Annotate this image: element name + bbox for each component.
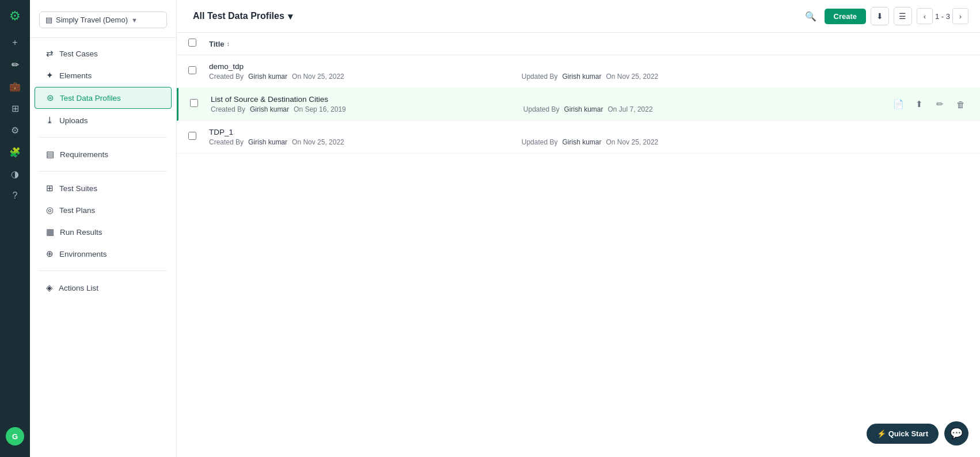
test-cases-icon: ⇄ (46, 48, 54, 59)
created-on-value: On Sep 16, 2019 (294, 105, 346, 113)
updated-by-value: Girish kumar (563, 73, 602, 81)
table-row: TDP_1 Created By Girish kumar On Nov 25,… (177, 121, 980, 154)
sidebar-item-environments[interactable]: ⊕ Environments (35, 243, 172, 264)
header-checkbox-col (188, 39, 209, 49)
run-results-icon: ▦ (46, 227, 54, 237)
quick-start-button[interactable]: ⚡ Quick Start (867, 424, 939, 444)
prev-page-button[interactable]: ‹ (917, 8, 933, 24)
briefcase-icon-btn[interactable]: 💼 (5, 76, 25, 97)
help-icon-btn[interactable]: ? (5, 185, 25, 206)
sidebar-item-test-data-profiles[interactable]: ⊜ Test Data Profiles (35, 87, 172, 109)
updated-by-label: Updated By (522, 138, 558, 146)
sidebar-divider-2 (39, 171, 167, 172)
project-selector[interactable]: ▤ Simply Travel (Demo) ▼ (39, 12, 167, 28)
sidebar-item-requirements[interactable]: ▤ Requirements (35, 144, 172, 165)
sidebar-label-test-suites: Test Suites (59, 184, 97, 193)
sort-icon: ↕ (227, 40, 230, 47)
sidebar-item-actions-list[interactable]: ◈ Actions List (35, 277, 172, 298)
test-data-profiles-icon: ⊜ (47, 93, 54, 103)
icon-bar: ⚙ + ✏ 💼 ⊞ ⚙ 🧩 ◑ ? G (0, 0, 30, 457)
sidebar-label-run-results: Run Results (60, 228, 102, 237)
created-on-value: On Nov 25, 2022 (292, 138, 344, 146)
row-checkbox[interactable] (188, 132, 196, 140)
grid-icon-btn[interactable]: ⊞ (5, 98, 25, 119)
all-profiles-dropdown[interactable]: All Test Data Profiles ▾ (188, 9, 297, 24)
created-by-label: Created By (209, 73, 244, 81)
created-on-value: On Nov 25, 2022 (292, 73, 344, 81)
sidebar-label-test-data-profiles: Test Data Profiles (60, 94, 121, 102)
avatar[interactable]: G (6, 427, 24, 445)
filter-button[interactable]: ☰ (894, 7, 912, 25)
created-by-label: Created By (211, 105, 245, 113)
sidebar-label-requirements: Requirements (60, 150, 108, 159)
elements-icon: ✦ (46, 70, 54, 81)
created-by-value: Girish kumar (248, 73, 287, 81)
environments-icon: ⊕ (46, 249, 54, 259)
search-button[interactable]: 🔍 (802, 7, 820, 25)
upload-action-button[interactable]: ⬆ (911, 96, 927, 112)
sidebar-item-uploads[interactable]: ⤓ Uploads (35, 110, 172, 131)
sidebar-label-test-cases: Test Cases (59, 49, 98, 58)
chevron-down-icon: ▼ (131, 17, 138, 24)
table-row: demo_tdp Created By Girish kumar On Nov … (177, 55, 980, 88)
chat-icon: 💬 (950, 427, 963, 440)
project-section: ▤ Simply Travel (Demo) ▼ (30, 7, 176, 38)
table-header: Title ↕ (177, 33, 980, 55)
table-row: List of Source & Destination Cities Crea… (177, 88, 980, 121)
delete-action-button[interactable]: 🗑 (952, 96, 968, 112)
row-actions: 📄 ⬆ ✏ 🗑 (890, 96, 968, 112)
sidebar-label-elements: Elements (59, 71, 92, 80)
updated-by-label: Updated By (522, 73, 558, 81)
settings-icon-btn[interactable]: ⚙ (5, 120, 25, 140)
pagination: ‹ 1 - 3 › (917, 8, 968, 24)
next-page-button[interactable]: › (952, 8, 968, 24)
created-by-value: Girish kumar (250, 105, 289, 113)
title-column-header[interactable]: Title ↕ (209, 40, 230, 48)
puzzle-icon-btn[interactable]: 🧩 (5, 142, 25, 162)
chat-button[interactable]: 💬 (944, 421, 968, 445)
row-content: List of Source & Destination Cities Crea… (211, 95, 968, 113)
sidebar-divider-1 (39, 137, 167, 138)
row-checkbox-col (190, 99, 211, 109)
main-header: All Test Data Profiles ▾ 🔍 Create ⬇ ☰ ‹ … (177, 0, 980, 33)
select-all-checkbox[interactable] (188, 39, 196, 47)
main-content: All Test Data Profiles ▾ 🔍 Create ⬇ ☰ ‹ … (177, 0, 980, 457)
create-button[interactable]: Create (825, 9, 866, 24)
row-checkbox[interactable] (188, 66, 196, 74)
row-checkbox-col (188, 132, 209, 142)
updated-by-value: Girish kumar (564, 105, 603, 113)
edit-icon-btn[interactable]: ✏ (5, 54, 25, 75)
sidebar-label-environments: Environments (59, 250, 107, 258)
row-title[interactable]: List of Source & Destination Cities (211, 95, 968, 104)
add-icon-btn[interactable]: + (5, 32, 25, 53)
app-logo[interactable]: ⚙ (5, 6, 25, 26)
analytics-icon-btn[interactable]: ◑ (5, 163, 25, 184)
actions-list-icon: ◈ (46, 283, 53, 293)
row-meta: Created By Girish kumar On Nov 25, 2022 … (209, 73, 968, 81)
sidebar: ▤ Simply Travel (Demo) ▼ ⇄ Test Cases ✦ … (30, 0, 177, 457)
sidebar-item-test-suites[interactable]: ⊞ Test Suites (35, 178, 172, 199)
test-plans-icon: ◎ (46, 205, 54, 215)
view-action-button[interactable]: 📄 (890, 96, 906, 112)
edit-action-button[interactable]: ✏ (932, 96, 948, 112)
updated-on-value: On Jul 7, 2022 (608, 105, 653, 113)
dropdown-label: All Test Data Profiles (193, 11, 284, 21)
header-actions: 🔍 Create ⬇ ☰ ‹ 1 - 3 › (802, 7, 968, 25)
download-button[interactable]: ⬇ (871, 7, 889, 25)
row-title[interactable]: TDP_1 (209, 128, 968, 136)
sidebar-item-elements[interactable]: ✦ Elements (35, 65, 172, 86)
row-meta: Created By Girish kumar On Nov 25, 2022 … (209, 138, 968, 146)
sidebar-item-run-results[interactable]: ▦ Run Results (35, 222, 172, 242)
updated-by-value: Girish kumar (563, 138, 602, 146)
uploads-icon: ⤓ (46, 115, 54, 125)
project-label: Simply Travel (Demo) (56, 16, 128, 24)
row-checkbox[interactable] (190, 99, 198, 107)
row-title[interactable]: demo_tdp (209, 62, 968, 71)
row-content: demo_tdp Created By Girish kumar On Nov … (209, 62, 968, 81)
updated-on-value: On Nov 25, 2022 (606, 138, 659, 146)
sidebar-item-test-plans[interactable]: ◎ Test Plans (35, 200, 172, 220)
sidebar-label-actions-list: Actions List (59, 284, 98, 292)
row-checkbox-col (188, 66, 209, 77)
sidebar-item-test-cases[interactable]: ⇄ Test Cases (35, 43, 172, 64)
sidebar-label-test-plans: Test Plans (59, 206, 95, 215)
